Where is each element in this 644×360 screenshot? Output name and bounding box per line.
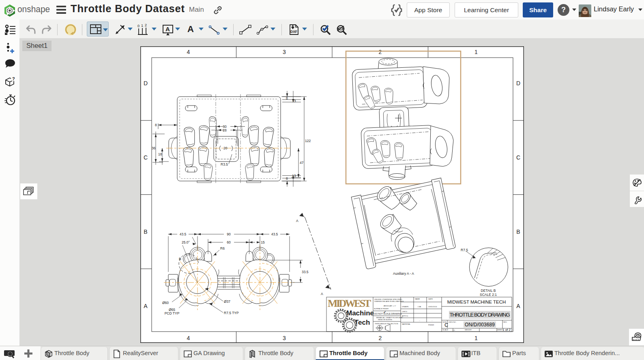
svg-text:REMOVE BURRS: REMOVE BURRS [378,319,392,321]
svg-text:1 of 2: 1 of 2 [502,328,511,332]
svg-text:47: 47 [300,161,304,165]
svg-text:ANGULAR: ± 1°: ANGULAR: ± 1° [384,305,396,307]
svg-text:A: A [296,219,298,223]
svg-text:1: 1 [474,49,478,55]
svg-text:3: 3 [283,335,286,341]
svg-text:33.5: 33.5 [302,270,309,274]
svg-text:SCALE 2:1: SCALE 2:1 [480,293,497,297]
svg-text:MIDWEST: MIDWEST [328,297,371,309]
svg-text:03/05/2014: 03/05/2014 [428,306,437,308]
svg-text:8: 8 [286,96,288,100]
svg-text:R7.5: R7.5 [461,248,468,252]
svg-text:20: 20 [223,146,228,150]
svg-text:MIDWEST MACHINE TECH: MIDWEST MACHINE TECH [447,300,506,304]
svg-text:R7.5 TYP: R7.5 TYP [224,311,239,315]
svg-text:122: 122 [305,139,311,143]
svg-text:Auxiliary A - A: Auxiliary A - A [393,272,414,276]
svg-text:90: 90 [227,232,231,236]
svg-text:SCALE: SCALE [442,329,448,331]
svg-text:43.5: 43.5 [271,232,278,236]
svg-text:FINISH: FINISH [428,324,434,326]
svg-text:?: ? [12,76,15,81]
svg-text:1: 1 [474,335,478,341]
svg-text:C: C [516,154,520,161]
svg-text:C: C [444,322,448,328]
svg-text:1:1: 1:1 [453,329,455,331]
svg-text:PCD TYP: PCD TYP [165,311,180,315]
svg-text:APPV'D: APPV'D [402,315,408,317]
svg-text:4: 4 [187,49,190,55]
svg-text:1: 1 [141,24,143,28]
svg-text:3: 3 [283,49,286,55]
svg-text:B: B [179,257,181,261]
svg-text:LSA: LSA [418,306,421,308]
svg-text:36: 36 [152,146,156,150]
svg-text:4: 4 [187,335,190,341]
svg-text:DXF: DXF [290,30,297,34]
svg-text:R6: R6 [220,246,225,250]
svg-text:28: 28 [223,128,227,132]
svg-text:A: A [321,292,323,296]
svg-text:18: 18 [158,152,162,156]
svg-text:B: B [516,229,520,235]
svg-text:2: 2 [379,335,382,341]
svg-text:D: D [144,80,148,86]
svg-text:MATERIAL: MATERIAL [402,323,411,325]
svg-text:A: A [144,303,148,309]
svg-text:DO NOT SCALE DRAWING: DO NOT SCALE DRAWING [374,313,401,315]
svg-text:A: A [516,303,520,309]
svg-text:DIMENSIONS ARE IN MILLIMETERS: DIMENSIONS ARE IN MILLIMETERS [374,300,404,302]
svg-text:WEIGHT: WEIGHT [465,329,472,331]
svg-text:THIRD ANGLE PROJECTION: THIRD ANGLE PROJECTION [375,323,398,325]
svg-text:13: 13 [292,99,296,103]
svg-text:43.5: 43.5 [180,232,187,236]
svg-text:B: B [144,229,147,235]
svg-text:C: C [144,154,148,161]
svg-text:R3.5: R3.5 [221,162,228,166]
svg-text:ON/D/003689: ON/D/003689 [465,322,495,328]
svg-text:CHK'D: CHK'D [402,310,407,313]
svg-text:25.0°: 25.0° [182,240,190,244]
svg-text:DWG NO.: DWG NO. [449,321,456,323]
svg-text:Ø60: Ø60 [162,301,169,305]
svg-text:60: 60 [227,240,231,244]
svg-text:2: 2 [145,24,147,27]
svg-text:DETAIL B: DETAIL B [481,289,496,293]
svg-text:DRAWN: DRAWN [402,306,408,308]
svg-text:A: A [165,26,170,32]
svg-text:8: 8 [286,177,288,181]
svg-text:REV.: REV. [503,321,507,323]
svg-text:DATE: DATE [428,298,433,300]
svg-text:SURFACE FINISH:: SURFACE FINISH: [374,308,389,310]
svg-text:THROTTLE BODY DRAWING: THROTTLE BODY DRAWING [450,312,510,318]
svg-text:NAME: NAME [415,298,420,300]
svg-text:2: 2 [379,49,382,55]
svg-text:0: 0 [137,24,140,28]
svg-text:15: 15 [261,240,265,244]
svg-text:8: 8 [155,123,157,127]
svg-text:D: D [516,80,520,86]
svg-text:13: 13 [292,174,296,178]
svg-text:Ø37: Ø37 [224,300,230,304]
svg-text:Machine: Machine [346,309,374,317]
